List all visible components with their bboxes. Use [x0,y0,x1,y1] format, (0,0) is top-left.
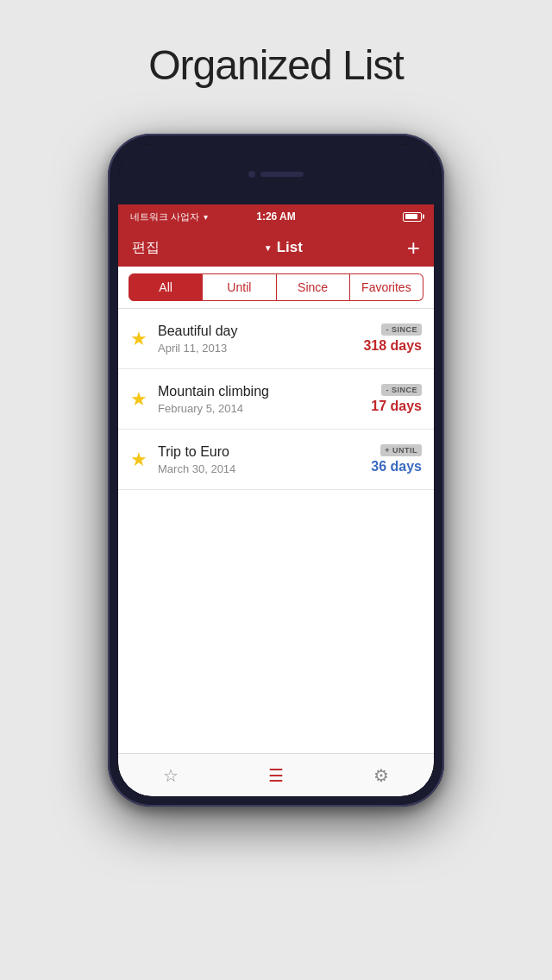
nav-title: ▼ List [264,239,303,256]
days-count: 36 days [371,459,422,474]
item-right: + UNTIL 36 days [371,444,422,474]
favorites-tab-icon: ☆ [163,765,179,786]
item-date: March 30, 2014 [158,462,371,475]
bottom-tab-favorites[interactable]: ☆ [145,765,197,786]
top-bezel [118,144,434,204]
nav-title-label: List [277,239,303,256]
list-item[interactable]: ★ Trip to Euro March 30, 2014 + UNTIL 36… [118,430,434,490]
tab-until[interactable]: Until [203,273,276,301]
star-icon: ★ [130,449,147,471]
phone-screen: 네트워크 사업자 ▾ 1:26 AM 편집 ▼ List + [118,204,434,796]
badge-until: + UNTIL [380,444,422,456]
status-left: 네트워크 사업자 ▾ [130,210,208,223]
camera [248,171,255,178]
list-item[interactable]: ★ Mountain climbing February 5, 2014 - S… [118,369,434,430]
item-right: - SINCE 17 days [371,384,422,414]
item-right: - SINCE 318 days [363,324,422,354]
item-info: Mountain climbing February 5, 2014 [158,384,371,415]
star-icon: ★ [130,388,147,411]
star-icon: ★ [130,328,147,350]
tab-since[interactable]: Since [277,273,350,301]
nav-chevron-icon: ▼ [264,243,273,253]
bottom-tab-settings[interactable]: ⚙ [355,765,407,786]
item-info: Beautiful day April 11, 2013 [158,324,363,355]
battery-fill [405,214,417,219]
phone-inner: 네트워크 사업자 ▾ 1:26 AM 편집 ▼ List + [118,144,434,796]
item-info: Trip to Euro March 30, 2014 [158,444,371,475]
badge-since: - SINCE [381,324,422,336]
filter-tabs: All Until Since Favorites [118,267,434,309]
list-container: ★ Beautiful day April 11, 2013 - SINCE 3… [118,309,434,753]
phone-shell: 네트워크 사업자 ▾ 1:26 AM 편집 ▼ List + [108,134,444,807]
settings-tab-icon: ⚙ [373,765,389,786]
page-title: Organized List [0,0,552,115]
item-title: Trip to Euro [158,444,371,460]
badge-since: - SINCE [381,384,422,396]
item-title: Beautiful day [158,324,363,339]
wifi-icon: ▾ [204,212,208,222]
bottom-tab-list[interactable]: ☰ [250,765,302,786]
list-item[interactable]: ★ Beautiful day April 11, 2013 - SINCE 3… [118,309,434,369]
item-date: April 11, 2013 [158,342,363,355]
speaker [260,172,304,177]
bottom-tab-bar: ☆ ☰ ⚙ [118,753,434,796]
list-tab-icon: ☰ [268,765,284,786]
carrier-label: 네트워크 사업자 [130,210,199,223]
status-right [403,212,422,222]
nav-bar: 편집 ▼ List + [118,229,434,267]
nav-edit-button[interactable]: 편집 [132,239,160,257]
status-time: 1:26 AM [256,210,296,223]
nav-add-button[interactable]: + [407,236,420,259]
tab-all[interactable]: All [129,273,203,301]
status-bar: 네트워크 사업자 ▾ 1:26 AM [118,204,434,229]
tab-favorites[interactable]: Favorites [350,273,423,301]
battery-icon [403,212,422,222]
item-date: February 5, 2014 [158,402,371,415]
days-count: 17 days [371,399,422,414]
days-count: 318 days [363,338,422,354]
item-title: Mountain climbing [158,384,371,399]
